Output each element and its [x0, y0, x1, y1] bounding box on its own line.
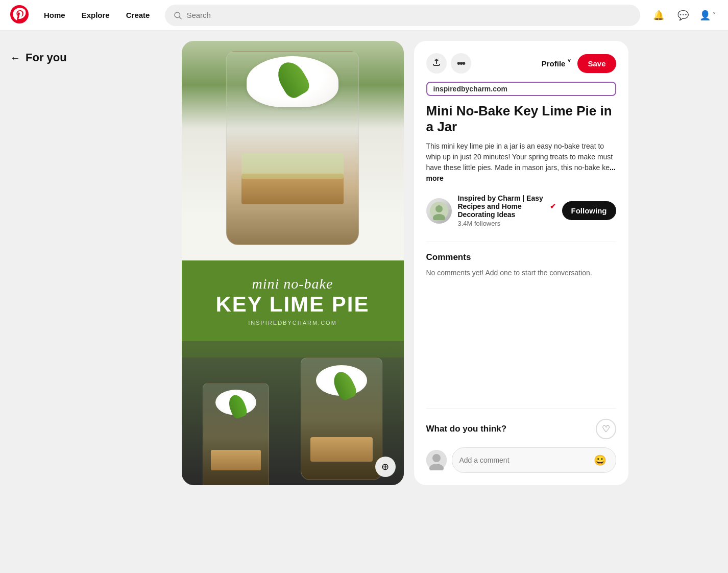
more-icon: ••• [457, 58, 465, 69]
pin-container: mini no-bake KEY LIME PIE INSPIREDBYCHAR… [92, 41, 718, 485]
more-options-button[interactable]: ••• [451, 53, 471, 74]
main-content: ← For you [0, 31, 728, 495]
svg-point-0 [10, 5, 29, 23]
search-bar[interactable] [165, 5, 640, 26]
overlay-italic-text: mini no-bake [192, 276, 394, 292]
verified-badge-icon: ✔ [550, 202, 556, 210]
comments-section: Comments No comments yet! Add one to sta… [426, 242, 616, 287]
save-button[interactable]: Save [577, 54, 616, 73]
action-icons: ••• [426, 53, 471, 74]
nav-home[interactable]: Home [37, 7, 72, 23]
header: Home Explore Create 🔔 💬 👤 ˅ [0, 0, 728, 31]
search-input[interactable] [186, 11, 632, 19]
source-link[interactable]: inspiredbycharm.com [426, 82, 616, 96]
header-icons: 🔔 💬 👤 ˅ [648, 5, 718, 26]
back-button[interactable]: ← For you [10, 51, 92, 64]
author-name-text: Inspired by Charm | Easy Recipes and Hom… [458, 194, 548, 219]
user-menu-button[interactable]: 👤 ˅ [697, 5, 718, 26]
overlay-banner: mini no-bake KEY LIME PIE INSPIREDBYCHAR… [182, 260, 404, 341]
svg-point-1 [175, 12, 180, 18]
messages-button[interactable]: 💬 [673, 5, 693, 26]
pin-description: This mini key lime pie in a jar is an ea… [426, 141, 616, 184]
nav-explore[interactable]: Explore [75, 7, 117, 23]
no-comments-text: No comments yet! Add one to start the co… [426, 269, 616, 277]
emoji-button[interactable]: 😀 [592, 452, 609, 468]
profile-dropdown[interactable]: Profile ˅ [542, 59, 572, 68]
heart-icon: ♡ [602, 423, 610, 435]
user-icon: 👤 [699, 10, 711, 21]
notifications-button[interactable]: 🔔 [648, 5, 669, 26]
description-text: This mini key lime pie in a jar is an ea… [426, 142, 613, 172]
comment-input[interactable] [459, 456, 592, 464]
svg-point-5 [435, 205, 443, 212]
overlay-bold-text: KEY LIME PIE [192, 292, 394, 317]
back-arrow-icon: ← [10, 52, 20, 64]
following-button[interactable]: Following [562, 201, 616, 220]
pin-title: Mini No-Bake Key Lime Pie in a Jar [426, 103, 616, 135]
what-do-you-think-section: What do you think? ♡ [426, 408, 616, 439]
comment-input-row: 😀 [426, 447, 616, 473]
pin-image: mini no-bake KEY LIME PIE INSPIREDBYCHAR… [182, 41, 404, 485]
share-button[interactable] [426, 53, 447, 74]
svg-line-2 [180, 17, 182, 19]
main-nav: Home Explore Create [37, 7, 157, 23]
author-followers: 3.4M followers [458, 220, 556, 227]
author-section: Inspired by Charm | Easy Recipes and Hom… [426, 194, 616, 227]
author-name: Inspired by Charm | Easy Recipes and Hom… [458, 194, 556, 219]
author-info: Inspired by Charm | Easy Recipes and Hom… [458, 194, 556, 227]
profile-label: Profile [542, 59, 566, 68]
pinterest-logo[interactable] [10, 5, 29, 26]
svg-point-8 [432, 454, 441, 462]
overlay-url-text: INSPIREDBYCHARM.COM [192, 320, 394, 326]
zoom-icon: ⊕ [381, 461, 389, 472]
small-jars [182, 357, 404, 485]
pin-actions-bar: ••• Profile ˅ Save [426, 53, 616, 74]
pin-details-panel: ••• Profile ˅ Save inspiredbycharm.com M… [414, 41, 628, 485]
comments-title: Comments [426, 252, 616, 262]
commenter-avatar [426, 450, 447, 470]
chevron-down-icon: ˅ [713, 12, 716, 19]
heart-button[interactable]: ♡ [596, 419, 616, 439]
upload-icon [432, 58, 441, 69]
sidebar-for-you-label: For you [26, 51, 67, 64]
what-do-you-think-label: What do you think? [426, 424, 507, 434]
search-icon [173, 11, 182, 20]
nav-create[interactable]: Create [119, 7, 157, 23]
author-avatar[interactable] [426, 198, 452, 224]
sidebar: ← For you [10, 41, 92, 485]
bell-icon: 🔔 [653, 10, 664, 21]
profile-chevron-icon: ˅ [567, 59, 571, 68]
pin-artwork: mini no-bake KEY LIME PIE INSPIREDBYCHAR… [182, 41, 404, 485]
emoji-icon: 😀 [594, 454, 606, 466]
comment-input-wrapper[interactable]: 😀 [452, 447, 616, 473]
zoom-button[interactable]: ⊕ [375, 457, 396, 477]
chat-icon: 💬 [677, 10, 689, 21]
